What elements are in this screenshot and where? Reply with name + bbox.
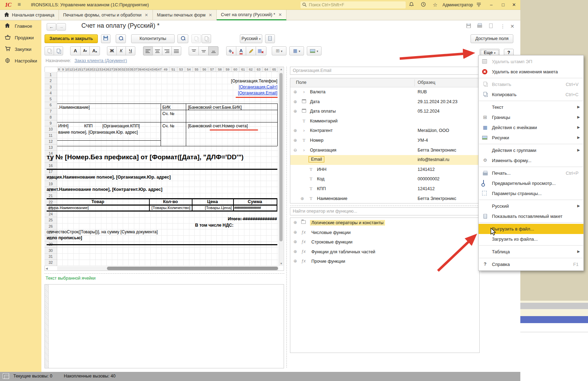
function-group[interactable]: ⊕ƒxПрочие функции — [290, 256, 479, 266]
menu-item[interactable]: Текст▶ — [479, 102, 583, 112]
field-row-дата оплаты[interactable]: ⊕Дата оплаты05.12.2024 — [290, 107, 479, 116]
column-header[interactable]: 62 — [247, 67, 255, 72]
column-header[interactable]: 63 — [255, 67, 263, 72]
cell-header-product[interactable]: Товар — [47, 199, 149, 204]
menu-item[interactable]: ВставитьCtrl+V — [479, 79, 583, 89]
row-header[interactable]: 4 — [45, 90, 57, 96]
column-header[interactable]: 24 — [101, 67, 105, 72]
sidebar-item-продажи[interactable]: Продажи — [0, 32, 41, 44]
expand-icon[interactable]: ⊕ — [293, 259, 297, 263]
field-row-наименование[interactable]: ⊕TНаименованиеБетта Электроникс — [290, 194, 479, 203]
expand-icon[interactable]: ⊕ — [293, 220, 297, 225]
column-header[interactable]: 55 — [193, 67, 201, 72]
menu-item[interactable]: ▦Действия с ячейками▶ — [479, 122, 583, 133]
horizontal-scroll-thumb[interactable] — [107, 267, 278, 270]
tab-2[interactable]: Макеты печатных форм✕ — [153, 10, 217, 20]
print-preview-icon[interactable] — [487, 24, 495, 30]
column-header[interactable]: 65 — [270, 67, 278, 72]
align-right-button[interactable] — [162, 46, 172, 55]
italic-button[interactable]: К — [116, 46, 126, 55]
row-header[interactable]: 19 — [45, 181, 57, 187]
cell-rowcount[interactable]: оличествоСтрок([Товары])], на сумму [Сум… — [47, 229, 158, 234]
font-color-button[interactable]: А — [236, 46, 246, 55]
field-row-инн[interactable]: TИНН1241412 — [290, 165, 479, 175]
minimize-button[interactable]: – — [487, 1, 495, 8]
pictures-dropdown[interactable]: ▾ — [307, 46, 322, 55]
expand-icon[interactable]: ⊕ — [293, 249, 297, 254]
row-header[interactable]: 32 — [45, 260, 57, 266]
cell-bik-value[interactable]: [Банковский счет.Банк.БИК] — [188, 105, 242, 110]
cell-inn[interactable]: ИНН] — [58, 123, 68, 128]
function-group[interactable]: ⊕ƒxФункции для табличных частей — [290, 247, 479, 257]
column-header[interactable]: 43 — [150, 67, 154, 72]
align-left-button[interactable] — [143, 46, 153, 55]
expand-icon[interactable]: ⊕ — [293, 230, 297, 235]
border-color-button[interactable] — [246, 46, 256, 55]
column-header[interactable]: 26 — [106, 67, 109, 72]
expand-icon[interactable]: ⊕ — [293, 99, 297, 104]
cell-site[interactable]: [Организация.Сайт] — [175, 85, 277, 89]
tab-close-icon[interactable]: ✕ — [145, 13, 148, 18]
menu-item[interactable]: Рисунки▶ — [479, 133, 583, 143]
notifications-bell-icon[interactable] — [408, 2, 414, 8]
field-row-организация[interactable]: ⊖›ОрганизацияБетта Электроникс — [290, 146, 479, 155]
tab-close-icon[interactable]: ✕ — [209, 13, 212, 18]
menu-item[interactable]: ?СправкаF1 — [479, 259, 583, 269]
cell-total[interactable]: Итого: ############## — [175, 216, 277, 221]
column-header[interactable]: 37 — [134, 67, 137, 72]
tab-1[interactable]: Печатные формы, отчеты и обработки✕ — [59, 10, 153, 20]
menu-item[interactable]: ⚙Изменить форму... — [479, 155, 583, 166]
purpose-link[interactable]: Заказ клиента (Документ) — [74, 58, 127, 63]
expand-icon[interactable]: ⊕ — [293, 239, 297, 244]
align-center-button[interactable] — [153, 46, 162, 55]
selected-cell-text-box[interactable] — [45, 284, 284, 368]
field-row-дата[interactable]: ⊕Дата29.11.2024 20:24:23 — [290, 97, 479, 107]
scroll-up-icon[interactable]: ▲ — [280, 68, 283, 71]
cell-invoice-title[interactable]: ту № [Номер.Без префикса] от [Формат([Да… — [47, 153, 278, 161]
menu-item[interactable]: Параметры страницы... — [479, 188, 583, 199]
row-header[interactable]: 12 — [45, 139, 57, 145]
cell-amount-words[interactable]: исло прописью] — [47, 235, 82, 240]
column-header[interactable]: 10 — [65, 67, 69, 72]
cell-header-sum[interactable]: Сумма — [233, 199, 277, 204]
find-button[interactable] — [177, 34, 188, 43]
cell-kpp-label[interactable]: КПП — [84, 123, 93, 128]
column-header[interactable]: 17 — [81, 67, 85, 72]
close-form-icon[interactable]: ✕ — [508, 24, 516, 30]
column-header[interactable]: 33 — [126, 67, 129, 72]
row-header[interactable]: 3 — [45, 84, 57, 90]
row-header[interactable]: 10 — [45, 126, 57, 132]
column-header[interactable]: 23 — [97, 67, 101, 72]
available-fields-button[interactable]: Доступные поля — [471, 34, 513, 43]
layout-language-select[interactable]: Русский ▾ — [240, 34, 262, 43]
global-search-input[interactable]: Поиск Ctrl+Shift+F — [300, 1, 406, 8]
cell-account-label[interactable]: Сч. № — [162, 111, 174, 116]
expand-icon[interactable]: ⊕ — [293, 138, 297, 143]
valign-middle-button[interactable] — [198, 46, 209, 55]
column-header[interactable]: 53 — [177, 67, 185, 72]
column-header[interactable]: 12 — [69, 67, 73, 72]
row-header[interactable]: 24 — [45, 211, 57, 217]
performance-icon[interactable] — [3, 373, 9, 379]
row-header[interactable]: 25 — [45, 217, 57, 223]
underline-button[interactable]: Ч — [126, 46, 135, 55]
column-header[interactable]: 42 — [146, 67, 150, 72]
column-header[interactable]: 8 — [57, 67, 61, 72]
save-button[interactable] — [101, 34, 110, 43]
column-header[interactable]: 54 — [185, 67, 193, 72]
fill-color-button[interactable] — [226, 46, 236, 55]
sidebar-item-настройки[interactable]: Настройки — [0, 55, 41, 67]
row-header[interactable]: 16 — [45, 163, 57, 169]
cell-sum-overflow[interactable]: ############## — [234, 206, 261, 210]
row-header[interactable]: 5 — [45, 96, 57, 102]
column-header[interactable]: 18 — [85, 67, 89, 72]
current-user[interactable]: Администратор — [442, 2, 473, 7]
row-header[interactable]: 1 — [45, 72, 57, 78]
save-and-close-button[interactable]: Записать и закрыть — [45, 34, 98, 43]
font-button[interactable]: А — [70, 46, 81, 55]
paste-icon[interactable] — [45, 46, 54, 55]
expand-icon[interactable]: ⊕ — [293, 109, 297, 114]
preview-button[interactable] — [116, 34, 126, 43]
row-header[interactable]: 9 — [45, 120, 57, 126]
expand-icon[interactable]: ⊕ — [293, 128, 297, 133]
